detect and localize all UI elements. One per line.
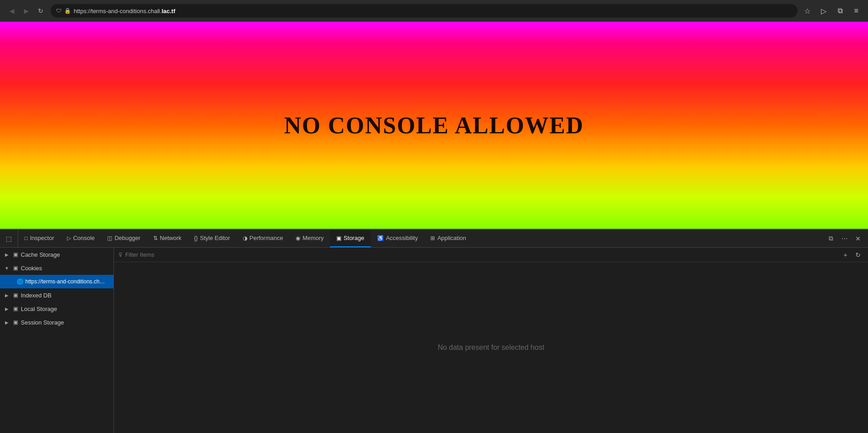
tab-accessibility-label: Accessibility [386, 235, 418, 241]
no-data-text: No data present for selected host [438, 344, 544, 352]
address-bar[interactable]: 🛡 🔒 https://terms-and-conditions.chall.l… [51, 4, 797, 18]
indexed-db-icon: ▣ [12, 292, 19, 298]
tab-network-label: Network [160, 235, 182, 241]
chevron-right-icon: ▶ [4, 252, 10, 257]
debugger-icon: ◫ [107, 235, 112, 241]
tab-debugger[interactable]: ◫ Debugger [101, 230, 146, 247]
extensions-button[interactable]: ⧉ [834, 5, 846, 17]
sidebar-item-cookies-label: Cookies [21, 265, 42, 272]
lock-icon: 🔒 [64, 8, 71, 14]
filter-icon: ⊽ [118, 252, 123, 258]
reload-button[interactable]: ↻ [34, 5, 47, 17]
performance-icon: ◑ [243, 235, 247, 241]
local-storage-icon: ▣ [12, 306, 19, 312]
chevron-right-icon-3: ▶ [4, 306, 10, 311]
browser-chrome: ◀ ▶ ↻ 🛡 🔒 https://terms-and-conditions.c… [0, 0, 868, 22]
tab-storage-label: Storage [344, 235, 364, 241]
tab-inspector-label: Inspector [30, 235, 54, 241]
tab-console-label: Console [73, 235, 95, 241]
tab-style-editor[interactable]: {} Style Editor [188, 230, 236, 247]
tab-memory[interactable]: ◉ Memory [289, 230, 330, 247]
storage-item-icon: ▣ [12, 251, 19, 258]
tab-performance-label: Performance [250, 235, 283, 241]
memory-icon: ◉ [296, 235, 300, 241]
session-storage-icon: ▣ [12, 319, 19, 325]
shield-icon: 🛡 [56, 8, 61, 14]
tab-application[interactable]: ⊞ Application [424, 230, 472, 247]
sidebar-item-session-storage[interactable]: ▶ ▣ Session Storage [0, 315, 113, 329]
devtools-sidebar: ▶ ▣ Cache Storage ▼ ▣ Cookies 🌐 https://… [0, 248, 114, 433]
add-item-button[interactable]: + [840, 249, 851, 260]
page-content: NO CONSOLE ALLOWED [0, 22, 868, 229]
tab-inspector[interactable]: □ Inspector [18, 230, 61, 247]
no-data-message: No data present for selected host [114, 262, 868, 433]
filter-right-buttons: + ↻ [840, 249, 863, 260]
sidebar-item-session-storage-label: Session Storage [21, 319, 64, 326]
tab-performance[interactable]: ◑ Performance [236, 230, 289, 247]
sidebar-item-cache-storage[interactable]: ▶ ▣ Cache Storage [0, 248, 113, 261]
sidebar-item-indexed-db[interactable]: ▶ ▣ Indexed DB [0, 288, 113, 302]
sidebar-item-local-storage-label: Local Storage [21, 306, 57, 312]
devtools-main-panel: ⊽ + ↻ No data present for selected host [114, 248, 868, 433]
page-title: NO CONSOLE ALLOWED [284, 112, 584, 139]
toolbar-right: ☆ ▷ ⧉ ≡ [801, 5, 863, 17]
url-display: https://terms-and-conditions.chall.lac.t… [74, 8, 792, 14]
application-icon: ⊞ [430, 235, 435, 241]
console-icon: ▷ [67, 235, 71, 241]
globe-icon: 🌐 [16, 278, 24, 285]
star-button[interactable]: ☆ [801, 5, 814, 17]
storage-icon: ▣ [336, 235, 341, 241]
devtools-panel: ⬚ □ Inspector ▷ Console ◫ Debugger ⇅ Net… [0, 229, 868, 433]
sidebar-item-cache-storage-label: Cache Storage [21, 251, 60, 258]
tab-memory-label: Memory [302, 235, 324, 241]
filter-bar-inner: ⊽ [118, 251, 837, 258]
forward-button[interactable]: ▶ [20, 5, 33, 17]
devtools-options-button[interactable]: ⋯ [838, 232, 851, 245]
inspector-icon: □ [24, 235, 28, 241]
url-prefix: https://terms-and-conditions.chall. [74, 8, 161, 14]
devtools-pick-button[interactable]: ⬚ [0, 230, 18, 248]
network-icon: ⇅ [153, 235, 158, 241]
sidebar-item-indexed-db-label: Indexed DB [21, 292, 52, 299]
tab-storage[interactable]: ▣ Storage [330, 230, 371, 247]
tab-style-editor-label: Style Editor [200, 235, 230, 241]
sidebar-item-cookies-url[interactable]: 🌐 https://terms-and-conditions.chall.lac… [0, 275, 113, 288]
nav-buttons: ◀ ▶ ↻ [5, 5, 47, 17]
tab-accessibility[interactable]: ♿ Accessibility [371, 230, 425, 247]
devtools-close-button[interactable]: ✕ [852, 232, 864, 245]
devtools-tabs: □ Inspector ▷ Console ◫ Debugger ⇅ Netwo… [18, 230, 825, 247]
refresh-items-button[interactable]: ↻ [853, 249, 863, 260]
sidebar-item-cookies-url-label: https://terms-and-conditions.chall.lac.t… [25, 278, 107, 285]
sidebar-item-cookies[interactable]: ▼ ▣ Cookies [0, 261, 113, 275]
url-suffix: lac.tf [161, 8, 175, 14]
devtools-toolbar: ⬚ □ Inspector ▷ Console ◫ Debugger ⇅ Net… [0, 230, 868, 248]
chevron-right-icon-2: ▶ [4, 293, 10, 298]
pocket-button[interactable]: ▷ [817, 5, 830, 17]
tab-network[interactable]: ⇅ Network [147, 230, 188, 247]
accessibility-icon: ♿ [377, 235, 384, 241]
filter-input[interactable] [125, 251, 837, 258]
tab-console[interactable]: ▷ Console [61, 230, 101, 247]
devtools-body: ▶ ▣ Cache Storage ▼ ▣ Cookies 🌐 https://… [0, 248, 868, 433]
sidebar-item-local-storage[interactable]: ▶ ▣ Local Storage [0, 302, 113, 315]
chevron-down-icon: ▼ [4, 266, 10, 271]
filter-bar: ⊽ + ↻ [114, 248, 868, 262]
menu-button[interactable]: ≡ [850, 5, 863, 17]
style-editor-icon: {} [194, 235, 198, 241]
cookies-icon: ▣ [12, 265, 19, 271]
devtools-resize-button[interactable]: ⧉ [825, 232, 837, 245]
tab-debugger-label: Debugger [114, 235, 140, 241]
tab-application-label: Application [437, 235, 466, 241]
chevron-right-icon-4: ▶ [4, 320, 10, 325]
back-button[interactable]: ◀ [5, 5, 18, 17]
devtools-right-buttons: ⧉ ⋯ ✕ [825, 232, 868, 245]
